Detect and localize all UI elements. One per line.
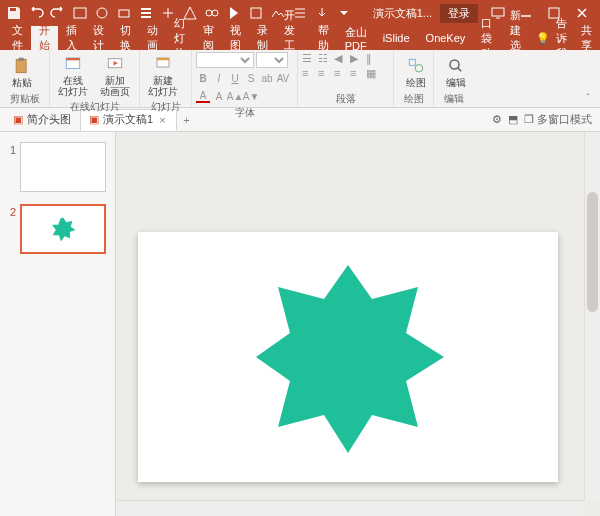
tab-transitions[interactable]: 切换: [112, 26, 139, 50]
work-area: 1 2: [0, 132, 600, 516]
collapse-ribbon-icon[interactable]: ˆ: [580, 91, 596, 105]
tab-insert[interactable]: 插入: [58, 26, 85, 50]
login-button[interactable]: 登录: [440, 4, 478, 23]
new-tab-button[interactable]: +: [177, 114, 197, 126]
window-title: 演示文稿1...: [373, 6, 432, 21]
svg-point-5: [206, 10, 212, 16]
group-title: 编辑: [438, 91, 470, 107]
save-icon[interactable]: [4, 3, 24, 23]
qat-icon[interactable]: [224, 3, 244, 23]
multi-window-button[interactable]: ❐ 多窗口模式: [524, 112, 592, 127]
slide-thumbnail-2[interactable]: [20, 204, 106, 254]
drawing-button[interactable]: 绘图: [398, 54, 434, 90]
tab-review[interactable]: 审阅: [195, 26, 222, 50]
tab-design[interactable]: 设计: [85, 26, 112, 50]
decrease-font-button[interactable]: A▼: [244, 89, 258, 103]
gear-icon[interactable]: ⚙: [492, 113, 502, 126]
align-left-button[interactable]: ≡: [302, 67, 316, 81]
tab-help[interactable]: 帮助: [310, 26, 337, 50]
star-shape-mini: [50, 216, 76, 242]
svg-rect-10: [16, 59, 26, 72]
undo-icon[interactable]: [26, 3, 46, 23]
group-title: 在线幻灯片: [54, 99, 135, 115]
slide-thumbnails-pane: 1 2: [0, 132, 116, 516]
tab-file[interactable]: 文件: [4, 26, 31, 50]
qat-icon[interactable]: [202, 3, 222, 23]
slide-canvas[interactable]: [138, 232, 558, 482]
qat-icon[interactable]: [70, 3, 90, 23]
group-title: 幻灯片: [144, 99, 187, 115]
numbering-button[interactable]: ☷: [318, 52, 332, 66]
redo-icon[interactable]: [48, 3, 68, 23]
font-family-select[interactable]: [196, 52, 254, 68]
indent-dec-button[interactable]: ◀: [334, 52, 348, 66]
increase-font-button[interactable]: A▲: [228, 89, 242, 103]
star-shape[interactable]: [248, 257, 448, 457]
powerpoint-icon: ▣: [13, 113, 23, 126]
tab-slideshow[interactable]: 幻灯片: [166, 26, 195, 50]
shadow-button[interactable]: ab: [260, 71, 274, 85]
ribbon: 粘贴 剪贴板 在线 幻灯片 新加 动画页 在线幻灯片 新建 幻灯片 幻灯片: [0, 50, 600, 108]
align-center-button[interactable]: ≡: [318, 67, 332, 81]
paste-button[interactable]: 粘贴: [4, 54, 40, 90]
svg-point-2: [97, 8, 107, 18]
font-size-select[interactable]: [256, 52, 288, 68]
close-icon[interactable]: [568, 1, 596, 25]
tab-developer[interactable]: 开发工具: [276, 26, 310, 50]
tab-koudai[interactable]: 口袋动: [473, 26, 502, 50]
vertical-scrollbar[interactable]: [584, 132, 600, 500]
qat-icon[interactable]: [92, 3, 112, 23]
svg-rect-3: [119, 10, 129, 17]
tab-islide[interactable]: iSlide: [375, 26, 418, 50]
align-right-button[interactable]: ≡: [334, 67, 348, 81]
scrollbar-handle[interactable]: [587, 192, 598, 312]
tab-home[interactable]: 开始: [31, 26, 58, 50]
tellme-icon[interactable]: 💡: [536, 32, 550, 45]
new-anim-button[interactable]: 新加 动画页: [96, 52, 134, 99]
bold-button[interactable]: B: [196, 71, 210, 85]
bullets-button[interactable]: ☰: [302, 52, 316, 66]
tab-jinshan[interactable]: 金山PDF: [337, 26, 375, 50]
tab-animations[interactable]: 动画: [139, 26, 166, 50]
qat-more-icon[interactable]: [334, 3, 354, 23]
slide-thumbnail-1[interactable]: [20, 142, 106, 192]
clear-format-button[interactable]: A: [212, 89, 226, 103]
svg-rect-16: [409, 59, 415, 65]
editing-button[interactable]: 编辑: [438, 54, 474, 90]
new-slide-button[interactable]: 新建 幻灯片: [144, 52, 182, 99]
qat-icon[interactable]: [312, 3, 332, 23]
group-title: 字体: [196, 105, 293, 121]
qat-icon[interactable]: [136, 3, 156, 23]
horizontal-scrollbar[interactable]: [116, 500, 584, 516]
qat-icon[interactable]: [114, 3, 134, 23]
underline-button[interactable]: U: [228, 71, 242, 85]
svg-point-6: [212, 10, 218, 16]
font-color-button[interactable]: A: [196, 89, 210, 103]
indent-inc-button[interactable]: ▶: [350, 52, 364, 66]
tab-onekey[interactable]: OneKey: [418, 26, 474, 50]
thumb-number: 1: [6, 142, 16, 156]
spacing-button[interactable]: AV: [276, 71, 290, 85]
columns-button[interactable]: ▦: [366, 67, 380, 81]
justify-button[interactable]: ≡: [350, 67, 364, 81]
strike-button[interactable]: S: [244, 71, 258, 85]
thumb-row-1[interactable]: 1: [6, 142, 109, 192]
italic-button[interactable]: I: [212, 71, 226, 85]
line-spacing-button[interactable]: ‖: [366, 52, 380, 66]
close-tab-icon[interactable]: ×: [157, 114, 167, 126]
qat-icon[interactable]: [246, 3, 266, 23]
pin-icon[interactable]: ⬒: [508, 113, 518, 126]
tab-view[interactable]: 视图: [222, 26, 249, 50]
tab-newslide[interactable]: 新建选项: [502, 26, 536, 50]
tab-record[interactable]: 录制: [249, 26, 276, 50]
group-font: B I U S ab AV A A A▲ A▼ 字体: [192, 50, 298, 107]
group-slides: 新建 幻灯片 幻灯片: [140, 50, 192, 107]
share-button[interactable]: 共享: [581, 23, 592, 53]
ribbon-tabs: 文件 开始 插入 设计 切换 动画 幻灯片 审阅 视图 录制 开发工具 帮助 金…: [0, 26, 600, 50]
svg-marker-19: [52, 218, 75, 242]
group-title: 剪贴板: [4, 91, 45, 107]
online-slide-button[interactable]: 在线 幻灯片: [54, 52, 92, 99]
group-title: 段落: [302, 91, 389, 107]
svg-point-17: [415, 64, 423, 72]
thumb-row-2[interactable]: 2: [6, 204, 109, 254]
